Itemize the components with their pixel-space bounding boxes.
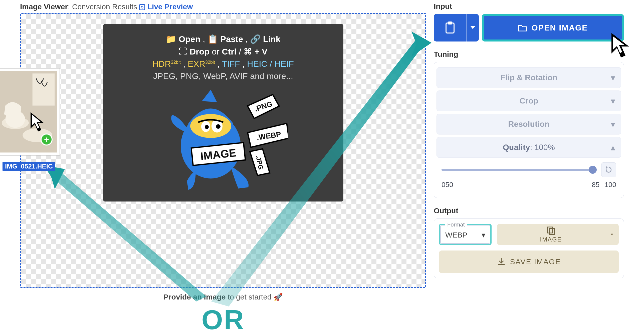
slider-thumb[interactable] — [589, 166, 597, 174]
clipboard-dropdown[interactable] — [466, 14, 479, 42]
quality-body: 0 50 85 100 — [437, 160, 621, 195]
paste-label: Paste — [220, 34, 243, 44]
folder-icon: 📁 — [166, 34, 176, 44]
tiff-label: TIFF — [222, 59, 240, 68]
open-image-button[interactable]: OPEN IMAGE — [482, 14, 624, 42]
viewer-subtitle: : Conversion Results — [68, 2, 137, 11]
annotation-cursor-icon — [610, 32, 632, 59]
open-label: Open — [179, 34, 200, 44]
chevron-down-icon: ▾ — [611, 120, 615, 129]
combo-label: + V — [255, 47, 268, 56]
drag-thumbnail[interactable]: + — [0, 68, 60, 156]
viewer-header: Image Viewer: Conversion Results Live Pr… — [20, 0, 426, 13]
footer-hint: Provide an Image to get started 🚀 — [20, 292, 426, 301]
drop-icon: ⛶ — [179, 47, 187, 56]
reset-icon — [605, 166, 612, 174]
drop-label: Drop — [190, 47, 209, 56]
chevron-down-icon: ▾ — [482, 230, 485, 239]
format-field-label: Format — [445, 222, 467, 228]
tick-50: 50 — [446, 181, 453, 189]
clipboard-icon: 📋 — [207, 34, 218, 44]
tuning-section-title: Tuning — [434, 50, 624, 58]
viewer-title: Image Viewer — [20, 2, 68, 11]
svg-rect-30 — [547, 227, 552, 233]
ctrl-label: Ctrl — [222, 47, 237, 56]
mascot-illustration: IMAGE .PNG .WEBP — [158, 88, 288, 194]
accordion-crop-label: Crop — [520, 96, 538, 106]
or-annotation: OR — [20, 304, 426, 335]
svg-marker-14 — [411, 32, 432, 56]
accordion-quality[interactable]: Quality: 100% ▴ — [437, 137, 621, 158]
svg-point-5 — [205, 125, 209, 129]
format-select[interactable]: Format WEBP ▾ — [439, 224, 492, 245]
svg-marker-29 — [606, 166, 608, 168]
or-label: or — [212, 47, 220, 56]
chevron-down-icon: ▾ — [611, 96, 615, 106]
live-preview-label[interactable]: Live Preview — [147, 2, 193, 11]
output-card: Format WEBP ▾ IMAGE ▾ SAVE IMAGE — [434, 218, 624, 278]
footer-hint-rest: to get started 🚀 — [226, 293, 283, 301]
accordion-flip-rotation[interactable]: Flip & Rotation ▾ — [437, 67, 621, 88]
svg-rect-31 — [549, 228, 554, 234]
drag-cursor-icon — [29, 111, 47, 134]
reset-quality-button[interactable] — [601, 162, 616, 177]
svg-point-4 — [216, 124, 221, 129]
save-image-button[interactable]: SAVE IMAGE — [439, 250, 619, 273]
heic-label: HEIC / HEIF — [247, 59, 294, 68]
accordion-resolution[interactable]: Resolution ▾ — [437, 114, 621, 134]
accordion-flip-label: Flip & Rotation — [500, 73, 557, 82]
chevron-up-icon: ▴ — [611, 143, 615, 152]
exr-label: EXR32bit — [188, 59, 215, 68]
quality-label: Quality — [503, 143, 530, 152]
copy-image-dropdown[interactable]: ▾ — [605, 224, 619, 245]
svg-point-1 — [190, 114, 231, 138]
chevron-down-icon: ▾ — [611, 73, 615, 82]
tick-85: 85 — [592, 181, 599, 189]
slider-ticks: 0 50 85 100 — [442, 181, 616, 189]
download-icon — [497, 258, 506, 266]
add-badge-icon: + — [41, 134, 53, 146]
format-value: WEBP — [445, 231, 467, 239]
copy-image-label: IMAGE — [540, 236, 562, 243]
copy-image-button[interactable]: IMAGE ▾ — [497, 224, 619, 245]
quality-slider[interactable] — [442, 169, 596, 171]
tuning-card: Flip & Rotation ▾ Crop ▾ Resolution ▾ Qu… — [434, 62, 624, 198]
open-image-label: OPEN IMAGE — [532, 23, 588, 32]
clipboard-icon[interactable] — [434, 14, 466, 42]
hdr-label: HDR32bit — [152, 59, 181, 68]
svg-rect-25 — [448, 22, 452, 24]
drop-canvas[interactable]: 📁 Open , 📋 Paste , 🔗 Link ⛶ Drop or Ctrl… — [20, 13, 426, 288]
accordion-resolution-label: Resolution — [508, 120, 549, 129]
folder-icon — [518, 24, 527, 32]
accordion-crop[interactable]: Crop ▾ — [437, 90, 621, 111]
formats-label: JPEG, PNG, WebP, AVIF — [153, 71, 248, 81]
more-label: and more... — [248, 71, 293, 81]
link-label: Link — [263, 34, 281, 44]
drop-hint-panel: 📁 Open , 📋 Paste , 🔗 Link ⛶ Drop or Ctrl… — [103, 24, 343, 202]
footer-hint-bold: Provide an Image — [163, 293, 226, 301]
tick-0: 0 — [442, 181, 446, 189]
thumbnail-filename: IMG_0521.HEIC — [3, 162, 55, 171]
live-preview-icon — [139, 4, 145, 10]
quality-value: : 100% — [530, 143, 555, 152]
svg-rect-18 — [33, 74, 55, 106]
cmd-label: ⌘ — [244, 47, 252, 56]
tick-100: 100 — [604, 181, 616, 189]
input-section-title: Input — [434, 2, 624, 10]
link-icon: 🔗 — [250, 34, 261, 44]
copy-icon — [546, 226, 555, 235]
svg-marker-26 — [470, 26, 475, 29]
save-image-label: SAVE IMAGE — [510, 258, 561, 266]
paste-clipboard-button[interactable] — [434, 14, 479, 42]
output-section-title: Output — [434, 206, 624, 215]
